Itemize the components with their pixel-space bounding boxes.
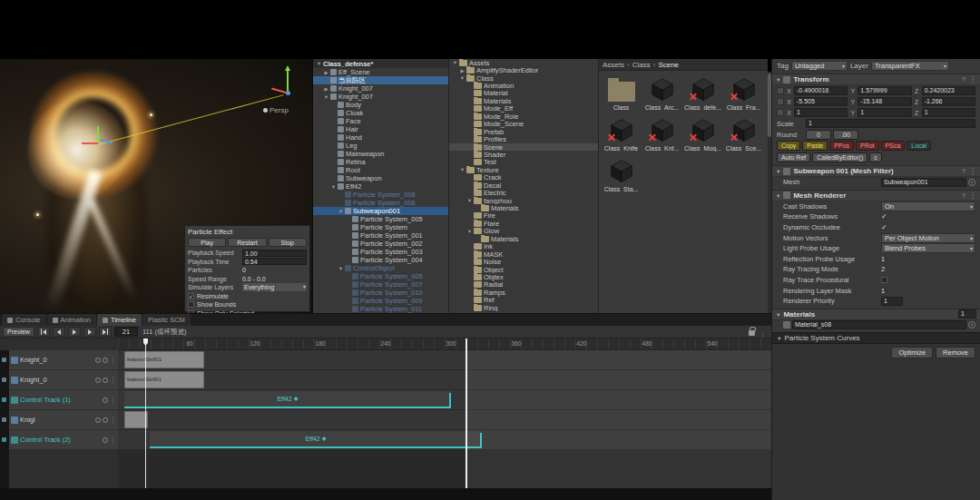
psca-button[interactable]: PSca <box>881 141 906 151</box>
help-icon[interactable] <box>962 191 965 200</box>
mesh-object-field[interactable]: Subweapon001 <box>881 178 966 187</box>
record-icon[interactable] <box>95 417 101 423</box>
position-z-field[interactable]: 0.2420023 <box>922 86 975 95</box>
ppos-button[interactable]: PPos <box>829 141 854 151</box>
hierarchy-item[interactable]: Particle System_005 <box>313 215 448 223</box>
called-by-editor-button[interactable]: CalledByEditor() <box>812 152 867 162</box>
project-folder[interactable]: Ref <box>449 297 598 304</box>
track-menu-icon[interactable] <box>110 396 116 404</box>
hierarchy-item[interactable]: Particle System_010 <box>313 289 448 297</box>
timeline-menu-icon[interactable] <box>760 324 766 340</box>
hierarchy-item-selected[interactable]: ▼Subweapon001 <box>313 207 448 215</box>
project-folder[interactable]: Fire <box>449 212 598 220</box>
project-folder[interactable]: Objtex <box>449 273 598 280</box>
breadcrumb-class[interactable]: Class <box>632 61 651 69</box>
hierarchy-item[interactable]: Particle System <box>313 223 448 231</box>
scale-x-field[interactable]: 1 <box>794 108 848 117</box>
position-x-field[interactable]: -0.4900016 <box>794 86 848 95</box>
simulate-layers-dropdown[interactable]: Everything <box>242 283 307 291</box>
gizmo-z-axis[interactable] <box>100 139 113 143</box>
object-picker-icon[interactable] <box>968 179 975 186</box>
project-folder[interactable]: Animation <box>449 82 598 89</box>
mute-icon[interactable] <box>103 377 108 383</box>
next-frame-button[interactable] <box>83 327 96 337</box>
asset-item[interactable]: Class_Sce... <box>723 114 764 152</box>
foldout-arrow-icon[interactable] <box>776 75 780 83</box>
hierarchy-item[interactable]: Hand <box>313 133 448 142</box>
hierarchy-item[interactable]: ▶Knight_007 <box>313 84 448 93</box>
row-handle-icon[interactable] <box>777 98 784 105</box>
mute-icon[interactable] <box>103 417 108 423</box>
materials-header[interactable]: Materials1 <box>772 309 980 320</box>
show-bounds-checkbox[interactable] <box>188 301 194 308</box>
project-folder-selected[interactable]: Scene <box>449 143 598 151</box>
track-header-control[interactable]: Control Track (2) <box>9 430 118 449</box>
project-folder[interactable]: Mode_Eff <box>449 105 598 113</box>
renderer-priority-field[interactable]: 1 <box>881 297 903 306</box>
project-folder[interactable]: Crack <box>449 174 598 181</box>
project-folder[interactable]: Ramps <box>449 289 598 296</box>
rotation-x-field[interactable]: -5.505 <box>794 97 848 106</box>
go-to-start-button[interactable] <box>37 327 50 337</box>
control-clip[interactable]: Eff42 <box>150 431 482 448</box>
materials-size-field[interactable]: 1 <box>958 309 976 319</box>
ray-trace-procedural-checkbox[interactable] <box>881 277 887 283</box>
help-icon[interactable] <box>962 75 965 83</box>
stop-button[interactable]: Stop <box>269 238 307 247</box>
component-menu-icon[interactable] <box>969 167 976 175</box>
track-menu-icon[interactable] <box>110 416 116 424</box>
mesh-filter-header[interactable]: Subweapon 001 (Mesh Filter) <box>772 165 980 177</box>
c-button[interactable]: c <box>869 152 882 162</box>
expand-arrow[interactable]: ▼ <box>466 198 474 203</box>
asset-item[interactable]: Class_Knf... <box>642 114 682 152</box>
copy-button[interactable]: Copy <box>777 141 800 151</box>
tab-animation[interactable]: Animation <box>47 314 96 326</box>
receive-shadows-checkbox[interactable]: ✓ <box>881 212 887 221</box>
paste-button[interactable]: Paste <box>802 141 828 151</box>
hierarchy-item[interactable]: Particle System_009 <box>313 297 448 305</box>
hierarchy-item[interactable]: Particle System_003 <box>313 248 448 256</box>
previous-frame-button[interactable] <box>53 327 65 337</box>
motion-vectors-dropdown[interactable]: Per Object Motion <box>881 233 975 243</box>
expand-arrow[interactable]: ▼ <box>458 167 466 172</box>
rendering-layer-mask-value[interactable]: 1 <box>881 287 885 295</box>
track-menu-icon[interactable] <box>110 436 116 444</box>
tab-plastic-scm[interactable]: Plastic SCM <box>142 314 191 326</box>
track-header-control[interactable]: Control Track (1) <box>9 390 118 409</box>
track-menu-icon[interactable] <box>110 376 116 384</box>
playback-speed-field[interactable]: 1.00 <box>242 250 307 257</box>
hierarchy-item[interactable]: ▼ControlObject <box>313 264 448 272</box>
project-folder[interactable]: ▼fangzhou <box>449 197 598 204</box>
hierarchy-item[interactable]: ▶Eff_Scene <box>313 68 448 76</box>
control-clip[interactable]: Eff42 <box>124 391 451 408</box>
breadcrumb-scene[interactable]: Scene <box>658 61 679 69</box>
row-handle-icon[interactable] <box>777 87 784 94</box>
foldout-arrow-icon[interactable] <box>777 334 781 342</box>
project-folder[interactable]: Prefab <box>449 128 598 135</box>
foldout-arrow-icon[interactable] <box>776 167 780 175</box>
playback-time-field[interactable]: 0.54 <box>242 258 307 265</box>
project-folder[interactable]: Decal <box>449 181 598 189</box>
ray-tracing-mode-value[interactable]: 2 <box>881 265 885 273</box>
preview-toggle[interactable]: Preview <box>3 327 34 337</box>
project-folder[interactable]: Test <box>449 159 598 166</box>
transform-header[interactable]: Transform <box>772 74 980 85</box>
particle-system-curves-bar[interactable]: Particle System Curves <box>772 332 980 344</box>
round-0-button[interactable]: 0 <box>806 130 831 140</box>
track-header-animation[interactable]: Knigl <box>9 410 118 429</box>
project-folder[interactable]: ▼Glow <box>449 228 598 235</box>
project-folder[interactable]: ▼Class <box>449 74 598 82</box>
expand-arrow[interactable]: ▼ <box>315 61 323 66</box>
project-folder[interactable]: ▼Assets <box>449 59 598 66</box>
optimize-button[interactable]: Optimize <box>891 347 933 358</box>
light-probe-usage-dropdown[interactable]: Blend Probes <box>881 243 975 253</box>
component-menu-icon[interactable] <box>969 191 976 200</box>
expand-arrow[interactable]: ▼ <box>337 209 345 214</box>
rotation-z-field[interactable]: -1.266 <box>922 97 975 106</box>
project-folder[interactable]: Ring <box>449 304 598 311</box>
restart-button[interactable]: Restart <box>228 238 266 247</box>
layer-dropdown[interactable]: TransparentFX <box>871 61 949 71</box>
project-folder[interactable]: Materials <box>449 97 598 104</box>
mute-icon[interactable] <box>103 437 108 443</box>
position-y-field[interactable]: 1.579999 <box>858 86 911 95</box>
